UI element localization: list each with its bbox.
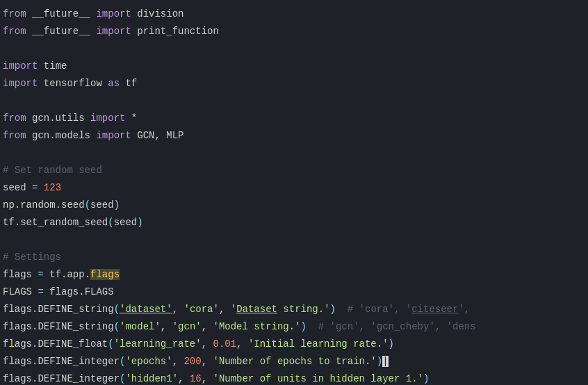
code-line-20: flags.DEFINE_float('learning_rate', 0.01… [3,336,585,353]
code-line-18: flags.DEFINE_string('dataset', 'cora', '… [3,301,585,318]
code-line-10: # Set random seed [3,162,585,179]
code-line-15: # Settings [3,249,585,266]
code-line-21: flags.DEFINE_integer('epochs', 200, 'Num… [3,353,585,370]
code-line-22: flags.DEFINE_integer('hidden1', 16, 'Num… [3,370,585,385]
code-line-6 [3,92,585,110]
code-line-16: flags = tf.app.flags [3,266,585,284]
code-line-4: import time [3,58,585,75]
code-line-19: flags.DEFINE_string('model', 'gcn', 'Mod… [3,318,585,336]
code-line-5: import tensorflow as tf [3,75,585,92]
code-line-2: from __future__ import print_function [3,23,585,40]
code-line-1: from __future__ import division [3,6,585,23]
code-line-11: seed = 123 [3,179,585,197]
code-line-9 [3,145,585,162]
code-line-12: np.random.seed(seed) [3,197,585,214]
code-line-7: from gcn.utils import * [3,110,585,127]
code-line-8: from gcn.models import GCN, MLP [3,127,585,145]
code-line-13: tf.set_random_seed(seed) [3,214,585,231]
code-editor: from __future__ import division from __f… [0,0,588,385]
code-line-3 [3,40,585,58]
code-line-14 [3,231,585,249]
code-line-17: FLAGS = flags.FLAGS [3,284,585,301]
